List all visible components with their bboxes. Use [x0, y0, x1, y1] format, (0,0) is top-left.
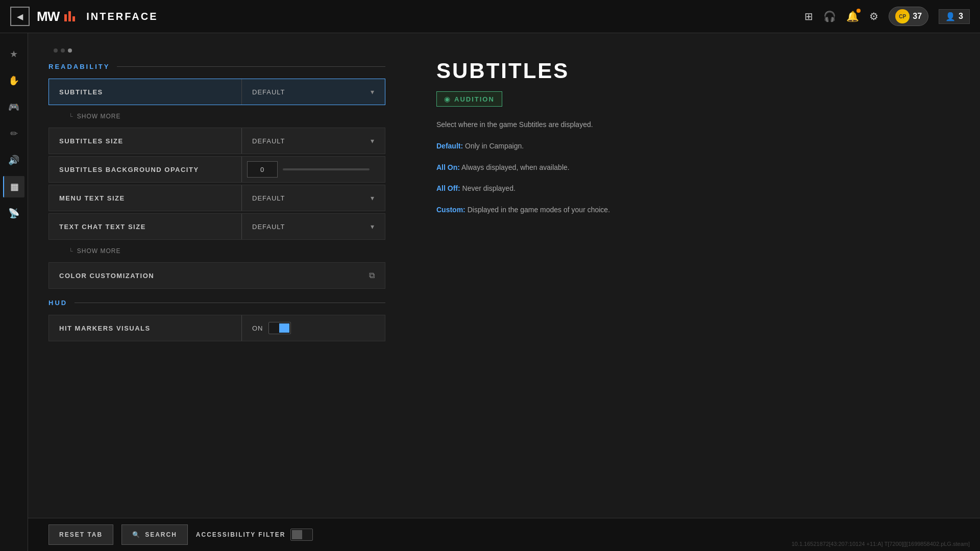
slider-value-box: 0 — [247, 161, 278, 178]
logo-bar-2 — [68, 11, 71, 21]
topbar: ◀ MW INTERFACE ⊞ 🎧 🔔 ⚙ CP 37 👤 3 — [0, 0, 980, 33]
hud-section-header: HUD — [48, 299, 385, 307]
show-more-arrow-icon-2: └ — [69, 248, 73, 254]
gear-icon[interactable]: ⚙ — [869, 10, 878, 22]
detail-badge: ◉ AUDITION — [436, 91, 502, 107]
hit-markers-value-container: ON — [242, 322, 385, 334]
slider-track[interactable] — [283, 168, 370, 170]
setting-row-text-chat-text-size[interactable]: TEXT CHAT TEXT SIZE DEFAULT ▾ — [48, 213, 385, 240]
notification-dot — [856, 9, 861, 13]
hit-markers-toggle[interactable] — [268, 322, 291, 334]
detail-highlight-default: Default: — [436, 142, 463, 150]
currency-badge[interactable]: CP 37 — [889, 7, 928, 26]
subtitles-value-text: DEFAULT — [252, 88, 285, 96]
sidebar-item-favorites[interactable]: ★ — [3, 43, 24, 65]
sidebar-item-account[interactable]: 📡 — [3, 203, 24, 224]
detail-option-allon: All On: Always displayed, when available… — [436, 162, 949, 174]
right-panel: SUBTITLES ◉ AUDITION Select where in the… — [406, 33, 980, 551]
readability-label: READABILITY — [48, 63, 110, 70]
topbar-left: ◀ MW INTERFACE — [10, 7, 158, 26]
setting-row-subtitles-size[interactable]: SUBTITLES SIZE DEFAULT ▾ — [48, 128, 385, 154]
text-chat-text-size-label: TEXT CHAT TEXT SIZE — [49, 223, 241, 231]
setting-row-subtitles[interactable]: SUBTITLES DEFAULT ▾ — [48, 79, 385, 105]
show-more-label-2[interactable]: SHOW MORE — [77, 247, 121, 255]
subtitles-bg-opacity-value: 0 — [242, 161, 385, 178]
section-divider-line — [117, 66, 385, 67]
detail-title: SUBTITLES — [436, 59, 949, 83]
hud-label: HUD — [48, 299, 67, 307]
audition-badge-icon: ◉ — [444, 95, 450, 103]
text-chat-text-size-value-text: DEFAULT — [252, 223, 285, 231]
search-label: SEARCH — [145, 531, 177, 538]
breadcrumb — [54, 48, 385, 53]
show-more-row-2: └ SHOW MORE — [48, 242, 385, 260]
logo-bar-1 — [64, 14, 67, 21]
breadcrumb-dot-2 — [61, 48, 65, 53]
friends-badge[interactable]: 👤 3 — [939, 9, 970, 24]
toggle-on-label: ON — [252, 324, 263, 332]
search-button[interactable]: 🔍 SEARCH — [121, 524, 188, 545]
subtitles-size-value-text: DEFAULT — [252, 137, 285, 145]
setting-row-subtitles-bg-opacity[interactable]: SUBTITLES BACKGROUND OPACITY 0 — [48, 156, 385, 183]
subtitles-value: DEFAULT ▾ — [242, 88, 385, 96]
sidebar-item-interface[interactable]: ▦ — [3, 176, 24, 197]
subtitles-label: SUBTITLES — [49, 88, 241, 96]
friends-icon: 👤 — [945, 12, 955, 21]
sidebar: ★ ✋ 🎮 ✏ 🔊 ▦ 📡 — [0, 33, 28, 551]
accessibility-filter-container: ACCESSIBILITY FILTER — [196, 529, 313, 541]
subtitles-size-label: SUBTITLES SIZE — [49, 137, 241, 145]
readability-section-header: READABILITY — [48, 63, 385, 70]
sidebar-item-controller[interactable]: 🎮 — [3, 96, 24, 118]
chevron-down-icon: ▾ — [371, 88, 375, 96]
logo-bar-3 — [72, 16, 75, 21]
main-content: READABILITY SUBTITLES DEFAULT ▾ └ SHOW M… — [28, 33, 980, 551]
search-icon: 🔍 — [132, 531, 141, 538]
color-customization-label: COLOR CUSTOMIZATION — [59, 272, 154, 280]
accessibility-toggle-thumb — [292, 530, 302, 539]
external-link-icon: ⧉ — [369, 271, 375, 280]
detail-option-custom: Custom: Displayed in the game modes of y… — [436, 204, 949, 216]
currency-icon: CP — [895, 9, 910, 23]
chevron-down-icon-2: ▾ — [371, 137, 375, 145]
menu-text-size-value-text: DEFAULT — [252, 194, 285, 202]
detail-option-alloff: All Off: Never displayed. — [436, 183, 949, 195]
back-button[interactable]: ◀ — [10, 7, 30, 26]
detail-highlight-allon: All On: — [436, 163, 460, 171]
audition-badge-text: AUDITION — [454, 95, 495, 103]
chevron-down-icon-4: ▾ — [371, 222, 375, 231]
detail-option-default: Default: Only in Campaign. — [436, 140, 949, 153]
accessibility-filter-toggle[interactable] — [290, 529, 313, 541]
version-string: 10.1.16521872[43:207:10124 +11:A] T[7200… — [792, 541, 970, 547]
reset-tab-button[interactable]: RESET TAB — [48, 524, 113, 545]
page-title: INTERFACE — [86, 11, 158, 22]
toggle-thumb — [279, 323, 289, 333]
hud-section-line — [75, 303, 385, 303]
subtitles-size-value: DEFAULT ▾ — [242, 137, 385, 145]
text-chat-text-size-value: DEFAULT ▾ — [242, 222, 385, 231]
currency-value: 37 — [913, 12, 922, 21]
show-more-row-1: └ SHOW MORE — [48, 107, 385, 126]
breadcrumb-dot-1 — [54, 48, 58, 53]
show-more-label-1[interactable]: SHOW MORE — [77, 113, 121, 120]
headset-icon[interactable]: 🎧 — [823, 10, 836, 22]
chevron-down-icon-3: ▾ — [371, 194, 375, 202]
subtitles-bg-opacity-label: SUBTITLES BACKGROUND OPACITY — [49, 166, 241, 173]
accessibility-filter-label: ACCESSIBILITY FILTER — [196, 531, 286, 538]
toggle-container: ON — [252, 322, 291, 334]
topbar-right: ⊞ 🎧 🔔 ⚙ CP 37 👤 3 — [804, 7, 970, 26]
bell-icon[interactable]: 🔔 — [846, 10, 859, 22]
detail-highlight-custom: Custom: — [436, 206, 465, 214]
detail-highlight-alloff: All Off: — [436, 184, 460, 192]
setting-row-menu-text-size[interactable]: MENU TEXT SIZE DEFAULT ▾ — [48, 185, 385, 211]
sidebar-item-controls[interactable]: ✋ — [3, 70, 24, 91]
color-customization-row[interactable]: COLOR CUSTOMIZATION ⧉ — [48, 262, 385, 289]
sidebar-item-graphics[interactable]: ✏ — [3, 123, 24, 144]
settings-panel: READABILITY SUBTITLES DEFAULT ▾ └ SHOW M… — [28, 33, 406, 551]
sidebar-item-audio[interactable]: 🔊 — [3, 149, 24, 171]
grid-icon[interactable]: ⊞ — [804, 10, 813, 22]
menu-text-size-value: DEFAULT ▾ — [242, 194, 385, 202]
hit-markers-label: HIT MARKERS VISUALS — [49, 324, 241, 332]
menu-text-size-label: MENU TEXT SIZE — [49, 194, 241, 202]
setting-row-hit-markers[interactable]: HIT MARKERS VISUALS ON — [48, 315, 385, 341]
friends-value: 3 — [959, 12, 963, 21]
